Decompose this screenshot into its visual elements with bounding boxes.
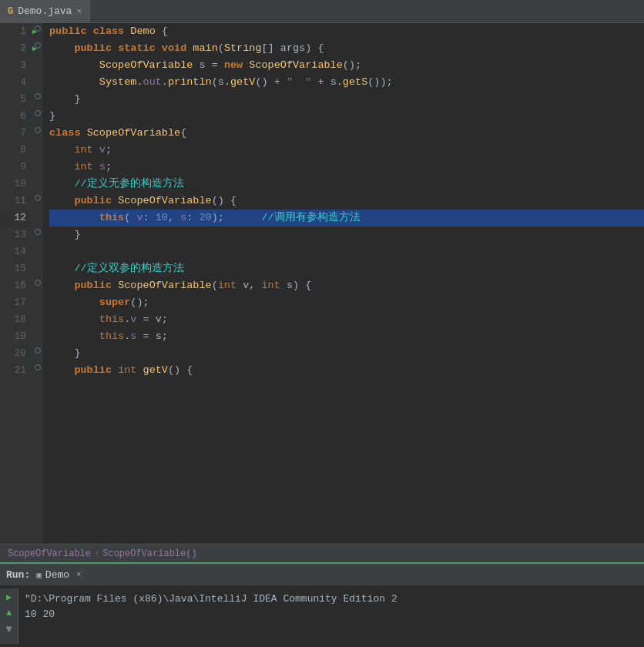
line-num-19: 19 [0, 328, 32, 345]
line-num-4: 4 [0, 74, 32, 91]
run-tab-close[interactable]: × [76, 570, 82, 579]
code-area: 1 2 3 4 5 6 7 8 9 10 11 12 13 14 15 16 1… [0, 23, 644, 544]
code-line-8: int v; [49, 142, 644, 159]
tab-filename: Demo.java [18, 5, 72, 17]
breadcrumb-item-1[interactable]: ScopeOfVariable [8, 548, 91, 559]
gutter-dot-13[interactable] [35, 229, 41, 235]
code-line-13: } [49, 226, 644, 243]
java-file-icon: G [8, 6, 13, 17]
run-label: Run: [6, 569, 30, 581]
code-line-14 [49, 243, 644, 260]
line-num-21: 21 [0, 362, 32, 379]
run-tab-icon: ▣ [36, 570, 42, 580]
line-num-10: 10 [0, 176, 32, 193]
code-line-5: } [49, 91, 644, 108]
run-again-button[interactable]: ▶ [6, 592, 12, 603]
scroll-down-button[interactable]: ▼ [5, 623, 12, 635]
line-num-7: 7 [0, 125, 32, 142]
code-line-2: public static void main(String[] args) { [49, 40, 644, 57]
output-line-1: "D:\Program Files (x86)\Java\IntelliJ ID… [25, 592, 638, 607]
gutter: ▶ ▶ [32, 23, 43, 544]
code-line-7: class ScopeOfVariable{ [49, 125, 644, 142]
breadcrumb-item-2[interactable]: ScopeOfVariable() [102, 548, 196, 559]
line-num-9: 9 [0, 159, 32, 176]
code-line-11: public ScopeOfVariable() { [49, 193, 644, 210]
code-line-20: } [49, 345, 644, 362]
gutter-dot-16[interactable] [35, 280, 41, 286]
gutter-dot-20[interactable] [35, 347, 41, 354]
tab-bar: G Demo.java × [0, 0, 644, 23]
line-num-14: 14 [0, 243, 32, 260]
output-line-2: 10 20 [25, 607, 638, 622]
line-num-2: 2 [0, 40, 32, 57]
output-area: ▶ ▲ ▼ "D:\Program Files (x86)\Java\Intel… [0, 585, 644, 647]
line-num-12: 12 [0, 210, 32, 226]
code-line-18: this.v = v; [49, 311, 644, 328]
scroll-up-button[interactable]: ▲ [6, 608, 12, 619]
code-line-10: //定义无参的构造方法 [49, 176, 644, 193]
line-num-15: 15 [0, 260, 32, 277]
code-line-15: //定义双参的构造方法 [49, 260, 644, 277]
breadcrumb-bar: ScopeOfVariable › ScopeOfVariable() [0, 544, 644, 562]
code-editor: 1 2 3 4 5 6 7 8 9 10 11 12 13 14 15 16 1… [0, 23, 644, 544]
gutter-dot-6[interactable] [35, 110, 41, 116]
line-num-5: 5 [0, 91, 32, 108]
gutter-dot-7[interactable] [35, 127, 41, 133]
line-num-11: 11 [0, 193, 32, 210]
code-line-4: System.out.println(s.getV() + " " + s.ge… [49, 74, 644, 91]
output-text-area: "D:\Program Files (x86)\Java\IntelliJ ID… [18, 588, 644, 644]
code-line-9: int s; [49, 159, 644, 176]
code-lines: public class Demo { public static void m… [43, 23, 644, 544]
line-num-13: 13 [0, 226, 32, 243]
breadcrumb-separator: › [94, 548, 99, 559]
gutter-dot-2[interactable] [35, 42, 41, 49]
code-line-17: super(); [49, 294, 644, 311]
gutter-dot-11[interactable] [35, 195, 41, 201]
line-num-16: 16 [0, 277, 32, 294]
code-line-3: ScopeOfVariable s = new ScopeOfVariable(… [49, 57, 644, 74]
line-num-6: 6 [0, 108, 32, 125]
code-line-12: this( v: 10, s: 20); //调用有参构造方法 [49, 210, 644, 226]
code-line-16: public ScopeOfVariable(int v, int s) { [49, 277, 644, 294]
gutter-dot-1[interactable] [35, 25, 41, 32]
run-demo-tab[interactable]: ▣ Demo × [36, 569, 81, 581]
run-tab-name: Demo [45, 569, 69, 581]
line-num-17: 17 [0, 294, 32, 311]
run-bar: Run: ▣ Demo × [0, 562, 644, 585]
code-line-21: public int getV() { [49, 362, 644, 379]
line-num-20: 20 [0, 345, 32, 362]
code-line-1: public class Demo { [49, 23, 644, 40]
gutter-dot-5[interactable] [35, 93, 41, 99]
code-line-19: this.s = s; [49, 328, 644, 345]
line-num-1: 1 [0, 23, 32, 40]
line-numbers: 1 2 3 4 5 6 7 8 9 10 11 12 13 14 15 16 1… [0, 23, 32, 544]
line-num-3: 3 [0, 57, 32, 74]
line-num-8: 8 [0, 142, 32, 159]
code-line-6: } [49, 108, 644, 125]
gutter-dot-21[interactable] [35, 364, 41, 370]
line-num-18: 18 [0, 311, 32, 328]
demo-java-tab[interactable]: G Demo.java × [0, 0, 90, 22]
close-tab-icon[interactable]: × [76, 7, 82, 16]
